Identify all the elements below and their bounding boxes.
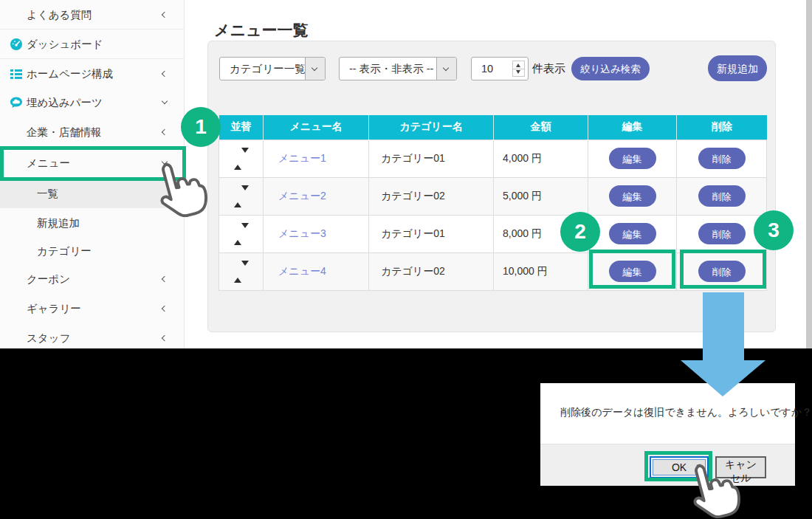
- list-icon: [10, 67, 23, 80]
- sidebar-item-label: クーポン: [27, 264, 70, 294]
- sidebar-item[interactable]: クーポン: [0, 264, 185, 294]
- sidebar-item-icon: [10, 38, 23, 51]
- column-header: 編集: [588, 115, 677, 140]
- add-new-button[interactable]: 新規追加: [708, 55, 767, 81]
- table-row: メニュー1 カテゴリー01 4,000 円 編集 削除: [219, 140, 767, 177]
- category-select-value: カテゴリー一覧: [230, 58, 306, 80]
- sidebar-item-label: ダッシュボード: [27, 30, 103, 59]
- column-header: カテゴリー名: [369, 115, 494, 140]
- dialog-message: 削除後のデータは復旧できません。よろしいですか？: [560, 406, 812, 419]
- select-dropdown-box: [436, 58, 456, 80]
- sidebar-item-label: スタッフ: [27, 323, 70, 353]
- delete-button[interactable]: 削除: [698, 223, 746, 244]
- price-cell: 5,000 円: [494, 177, 588, 215]
- sidebar-item-label: 新規追加: [37, 208, 80, 238]
- column-header: 並替: [219, 115, 264, 140]
- dashboard-gauge-icon: [10, 38, 23, 51]
- delete-button[interactable]: 削除: [698, 148, 746, 169]
- column-header: 金額: [494, 115, 588, 140]
- edit-cell: 編集: [588, 215, 677, 252]
- edit-cell: 編集: [588, 140, 677, 177]
- edit-button[interactable]: 編集: [609, 185, 656, 207]
- sidebar-item[interactable]: 企業・店舗情報: [0, 117, 185, 147]
- chevron-icon: [162, 12, 168, 18]
- per-page-input[interactable]: 10: [471, 57, 529, 80]
- edit-button[interactable]: 編集: [609, 148, 656, 169]
- menu-link[interactable]: メニュー1: [264, 152, 326, 164]
- sidebar-item-label: カテゴリー: [37, 236, 92, 266]
- sidebar-item-label: よくある質問: [27, 0, 92, 30]
- chevron-icon: [162, 71, 168, 77]
- menu-link[interactable]: メニュー2: [264, 190, 326, 202]
- visibility-select[interactable]: -- 表示・非表示 --: [339, 57, 457, 80]
- highlight-box-edit-button: [589, 250, 675, 289]
- sidebar-item-label: 企業・店舗情報: [27, 117, 102, 147]
- table-row: メニュー3 カテゴリー01 8,000 円 編集 削除: [219, 215, 767, 252]
- table-header-row: 並替メニュー名カテゴリー名金額編集削除: [219, 115, 767, 140]
- sort-drag-handle[interactable]: [219, 215, 264, 252]
- sidebar-item-label: ギャラリー: [27, 294, 81, 323]
- per-page-value: 10: [481, 58, 493, 80]
- chevron-down-icon: [443, 65, 449, 71]
- category-select[interactable]: カテゴリー一覧: [219, 57, 326, 80]
- sidebar-item-label: 埋め込みパーツ: [27, 88, 103, 117]
- menu-name-cell: メニュー2: [264, 177, 369, 215]
- sidebar-item[interactable]: ダッシュボード: [0, 30, 185, 59]
- menu-name-cell: メニュー1: [264, 140, 369, 177]
- price-cell: 10,000 円: [494, 252, 588, 290]
- comment-bubble-icon: [10, 96, 23, 109]
- edit-button[interactable]: 編集: [609, 223, 656, 244]
- chevron-icon: [162, 98, 168, 104]
- chevron-icon: [162, 276, 168, 282]
- sidebar-item-icon: [10, 126, 23, 139]
- category-cell: カテゴリー01: [369, 140, 494, 177]
- sidebar-item-icon: [10, 331, 23, 345]
- chevron-down-icon: [312, 65, 317, 71]
- sort-drag-handle[interactable]: [219, 177, 264, 215]
- category-cell: カテゴリー02: [369, 177, 494, 215]
- column-header: 削除: [677, 115, 767, 140]
- delete-cell: 削除: [677, 140, 767, 177]
- menu-name-cell: メニュー3: [264, 215, 369, 252]
- table-row: メニュー2 カテゴリー02 5,000 円 編集 削除: [219, 177, 767, 215]
- price-cell: 4,000 円: [494, 140, 588, 177]
- step-badge-1: 1: [181, 107, 221, 147]
- sidebar-item-icon: [10, 216, 23, 230]
- delete-button[interactable]: 削除: [698, 185, 746, 207]
- sort-drag-handle[interactable]: [219, 252, 264, 290]
- sidebar-item-icon: [10, 244, 23, 258]
- sort-arrows-icon: [234, 190, 249, 202]
- category-cell: カテゴリー01: [369, 215, 494, 252]
- sidebar-item[interactable]: スタッフ: [0, 323, 185, 353]
- sort-drag-handle[interactable]: [219, 140, 264, 177]
- visibility-select-value: -- 表示・非表示 --: [349, 58, 433, 80]
- number-spinner[interactable]: [512, 61, 525, 77]
- chevron-icon: [162, 335, 168, 341]
- filter-search-button[interactable]: 絞り込み検索: [571, 57, 650, 80]
- sidebar-item-icon: [10, 96, 23, 109]
- sort-arrows-icon: [234, 266, 249, 278]
- sidebar-item[interactable]: よくある質問: [0, 0, 185, 30]
- page-title: メニュー一覧: [214, 20, 308, 41]
- sidebar-item-icon: [10, 272, 23, 286]
- chevron-icon: [162, 306, 168, 312]
- sidebar-item-icon: [10, 187, 23, 200]
- chevron-icon: [162, 129, 168, 135]
- delete-cell: 削除: [677, 215, 767, 252]
- column-header: メニュー名: [264, 115, 369, 140]
- delete-cell: 削除: [677, 177, 767, 215]
- menu-link[interactable]: メニュー3: [264, 227, 326, 239]
- sidebar-item[interactable]: カテゴリー: [0, 236, 185, 266]
- menu-name-cell: メニュー4: [264, 252, 369, 290]
- menu-link[interactable]: メニュー4: [264, 265, 326, 277]
- page-scrollbar[interactable]: [806, 0, 812, 348]
- divider: [513, 69, 524, 69]
- sidebar-item-icon: [10, 8, 23, 21]
- sidebar-item[interactable]: ギャラリー: [0, 294, 185, 323]
- step-badge-2: 2: [560, 212, 600, 252]
- sidebar-item[interactable]: 埋め込みパーツ: [0, 88, 185, 117]
- sidebar-item[interactable]: ホームページ構成: [0, 59, 185, 89]
- spinner-up-icon: [516, 63, 520, 67]
- sort-arrows-icon: [234, 228, 249, 240]
- highlight-box-delete-button: [680, 250, 766, 289]
